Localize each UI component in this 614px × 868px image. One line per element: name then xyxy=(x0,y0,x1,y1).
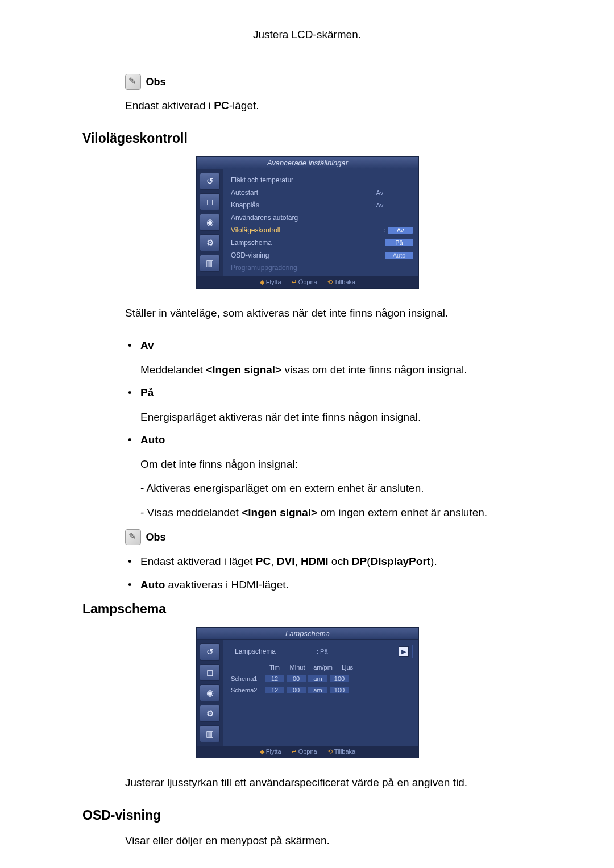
osd2-title: Lampschema xyxy=(197,628,418,640)
osd-screenshot-2: Lampschema ↺ ◻ ◉ ⚙ ▥ Lampschema : På ▶ xyxy=(196,627,418,758)
v: På xyxy=(385,239,413,246)
c: Minut xyxy=(285,664,309,671)
c: Tim xyxy=(264,664,285,671)
note-block-2: Obs xyxy=(125,529,532,545)
t: DP xyxy=(352,555,367,567)
schema2-row: Schema2 12 00 am 100 xyxy=(231,684,413,696)
foot-move: ◆Flytta xyxy=(260,279,281,286)
picture-icon: ◻ xyxy=(200,193,220,210)
r: Användarens autofärg xyxy=(231,214,373,222)
t: DVI xyxy=(277,555,295,567)
t: om ingen extern enhet är ansluten. xyxy=(317,506,487,518)
t: , xyxy=(271,555,277,567)
sleep-intro: Ställer in vänteläge, som aktiveras när … xyxy=(125,306,532,321)
r: Vilolägeskontroll xyxy=(231,226,384,234)
osd2-sidebar: ↺ ◻ ◉ ⚙ ▥ xyxy=(197,640,223,746)
t: Öppna xyxy=(298,748,317,755)
section-heading-osdview: OSD-visning xyxy=(82,808,532,823)
osd2-content: Lampschema : På ▶ Tim Minut am/pm Ljus S… xyxy=(223,640,418,746)
t: Endast aktiverad i xyxy=(125,99,214,111)
note2-line1: Endast aktiverad i läget PC, DVI, HDMI o… xyxy=(128,554,532,570)
r: Programuppgradering xyxy=(231,264,373,272)
t: - Visas meddelandet xyxy=(140,506,242,518)
foot-open: ↵Öppna xyxy=(292,279,317,286)
t: och xyxy=(329,555,352,567)
v: : Av xyxy=(373,202,413,209)
t: Flytta xyxy=(266,279,281,285)
section-heading-lamp: Lampschema xyxy=(82,601,532,617)
t: PC xyxy=(256,555,271,567)
rn: Schema1 xyxy=(231,675,264,682)
c: am/pm xyxy=(309,664,337,671)
v: : På xyxy=(317,648,399,655)
t: , xyxy=(294,555,301,567)
t: <Ingen signal> xyxy=(206,364,281,376)
r: Lampschema xyxy=(231,239,385,247)
osd1-content: Fläkt och temperatur Autostart: Av Knapp… xyxy=(223,169,418,276)
pa-title: På xyxy=(140,387,154,398)
c: am xyxy=(308,675,328,683)
c: 100 xyxy=(329,675,350,683)
sound-icon: ◉ xyxy=(200,684,220,701)
lamp-desc: Justerar ljusstyrkan till ett användarsp… xyxy=(125,775,532,791)
c: 12 xyxy=(264,675,285,683)
osd1-title: Avancerade inställningar xyxy=(197,157,418,169)
r: Fläkt och temperatur xyxy=(231,176,373,184)
sleep-note-list: Endast aktiverad i läget PC, DVI, HDMI o… xyxy=(128,554,532,593)
v: : Av xyxy=(373,189,413,196)
note-label: Obs xyxy=(146,76,165,88)
c: 00 xyxy=(286,686,306,694)
foot-back: ⟲Tillbaka xyxy=(327,279,356,286)
auto-sub2: - Visas meddelandet <Ingen signal> om in… xyxy=(140,505,532,521)
t: -läget. xyxy=(229,99,259,111)
li-av: Av Meddelandet <Ingen signal> visas om d… xyxy=(128,338,532,378)
c: 100 xyxy=(329,686,350,694)
t: <Ingen signal> xyxy=(242,506,317,518)
osdview-desc: Visar eller döljer en menypost på skärme… xyxy=(125,833,532,849)
note-label: Obs xyxy=(146,531,165,543)
setup-icon: ⚙ xyxy=(200,705,220,722)
foot-open: ↵Öppna xyxy=(292,748,317,755)
note-icon xyxy=(125,74,141,90)
li-pa: På Energisparläget aktiveras när det int… xyxy=(128,385,532,425)
r: Autostart xyxy=(231,189,373,197)
c: Ljus xyxy=(337,664,358,671)
t: Tillbaka xyxy=(334,279,356,285)
colon: : xyxy=(384,226,385,234)
c: 00 xyxy=(286,675,306,683)
foot-back: ⟲Tillbaka xyxy=(327,748,356,755)
osd1-sidebar: ↺ ◻ ◉ ⚙ ▥ xyxy=(197,169,223,276)
t: Auto xyxy=(140,579,165,591)
t: Meddelandet xyxy=(140,364,206,376)
av-desc: Meddelandet <Ingen signal> visas om det … xyxy=(140,362,532,379)
input-icon: ↺ xyxy=(200,643,220,661)
t: PC xyxy=(214,99,229,111)
col-head: Tim Minut am/pm Ljus xyxy=(231,663,413,673)
c: 12 xyxy=(264,686,285,694)
pa-desc: Energisparläget aktiveras när det inte f… xyxy=(140,409,532,426)
section-heading-sleep: Vilolägeskontroll xyxy=(82,131,532,146)
r: Lampschema xyxy=(235,647,317,655)
foot-move: ◆Flytta xyxy=(260,748,281,755)
t: DisplayPort xyxy=(371,555,431,567)
v: Av xyxy=(388,227,413,234)
c: am xyxy=(308,686,328,694)
note-icon xyxy=(125,529,141,545)
note2-line2: Auto avaktiveras i HDMI-läget. xyxy=(128,577,532,593)
note-block: Obs xyxy=(125,74,532,90)
osd-screenshot-1: Avancerade inställningar ↺ ◻ ◉ ⚙ ▥ Fläkt… xyxy=(196,156,418,289)
setup-icon: ⚙ xyxy=(200,234,220,251)
input-icon: ↺ xyxy=(200,173,220,190)
t: ). xyxy=(430,555,437,567)
sound-icon: ◉ xyxy=(200,214,220,231)
auto-sub1: - Aktiveras energisparläget om en extern… xyxy=(140,480,532,497)
t: visas om det inte finns någon insignal. xyxy=(281,364,467,376)
t: Endast aktiverad i läget xyxy=(140,555,256,567)
v: Auto xyxy=(385,252,413,259)
multi-icon: ▥ xyxy=(200,725,220,742)
picture-icon: ◻ xyxy=(200,664,220,681)
auto-title: Auto xyxy=(140,434,165,446)
t: HDMI xyxy=(301,555,329,567)
note1-text: Endast aktiverad i PC-läget. xyxy=(125,98,532,114)
t: avaktiveras i HDMI-läget. xyxy=(165,579,289,591)
